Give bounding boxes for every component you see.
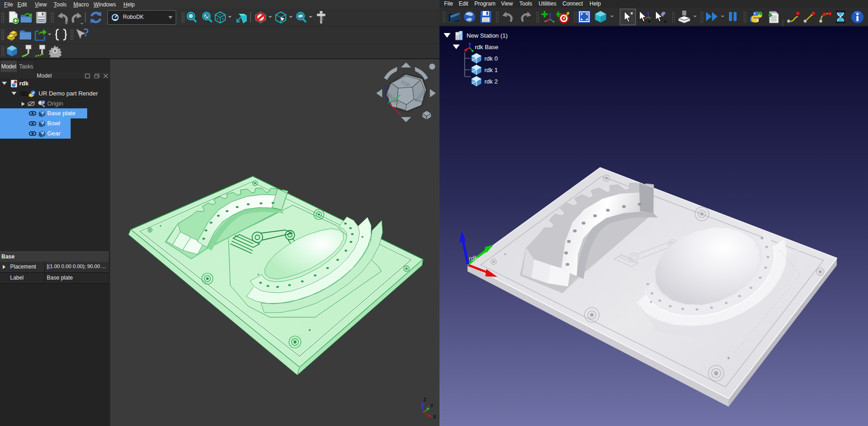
svg-text:Z: Z (423, 397, 426, 402)
svg-text:rdk: rdk (469, 255, 478, 262)
svg-text:X: X (433, 415, 436, 420)
svg-text:Y: Y (430, 404, 434, 409)
